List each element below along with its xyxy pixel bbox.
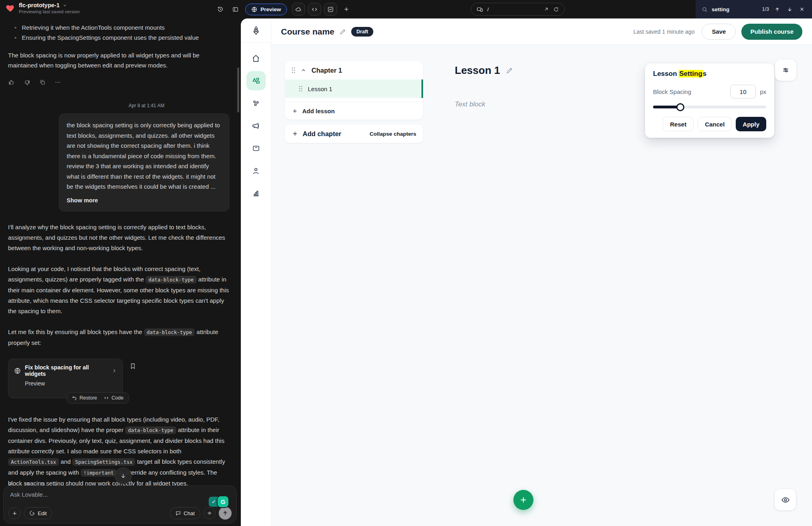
code-label: Code: [112, 395, 124, 401]
course-header: Course name Draft Last saved 1 minute ag…: [271, 18, 812, 45]
preview-button[interactable]: Preview: [245, 4, 287, 15]
project-name-row[interactable]: flc-prototype-1: [19, 2, 80, 8]
edit-lesson-title-icon[interactable]: [506, 67, 513, 74]
bullet-text: Retrieving it when the ActionTools compo…: [22, 22, 165, 33]
find-previous-icon[interactable]: [773, 5, 781, 14]
lesson-settings-title: Lesson Settings: [653, 70, 766, 78]
open-external-icon[interactable]: [543, 6, 549, 12]
top-bar: flc-prototype-1 Previewing last saved ve…: [0, 0, 812, 18]
drag-handle-icon[interactable]: [291, 67, 295, 73]
project-status: Previewing last saved version: [19, 9, 80, 14]
extension-widget[interactable]: ✓ G: [209, 496, 228, 507]
topbar-controls: Preview: [215, 0, 351, 18]
add-block-fab[interactable]: [513, 490, 533, 510]
url-bar[interactable]: /: [471, 3, 565, 16]
add-chapter-button[interactable]: Add chapter: [292, 130, 341, 138]
project-name[interactable]: flc-prototype-1: [19, 2, 60, 8]
add-lesson-button[interactable]: Add lesson: [285, 102, 423, 120]
nav-store-icon[interactable]: [246, 139, 266, 158]
nav-home-icon[interactable]: [246, 49, 266, 68]
chat-panel: Retrieving it when the ActionTools compo…: [0, 18, 241, 526]
nav-analytics-icon[interactable]: [246, 183, 266, 203]
thumbs-up-icon[interactable]: [8, 79, 15, 86]
assistant-paragraph: The block spacing is now properly applie…: [8, 50, 219, 70]
preview-button-label: Preview: [260, 6, 281, 12]
add-tab-icon[interactable]: [342, 4, 351, 14]
more-options-icon[interactable]: [55, 79, 61, 86]
block-spacing-unit: px: [760, 88, 766, 95]
chat-scrollbar[interactable]: [237, 67, 239, 112]
drag-handle-icon[interactable]: [299, 86, 303, 92]
add-chapter-card: Add chapter Collapse chapters: [285, 124, 423, 143]
bullet-text: Ensuring the SpacingSettings component u…: [22, 33, 199, 43]
code-view-button[interactable]: Code: [104, 395, 124, 401]
edit-cursor-icon: [29, 510, 35, 516]
empty-text-block[interactable]: Text block: [455, 100, 485, 108]
attach-button[interactable]: [8, 507, 20, 519]
version-card-subtitle: Preview: [25, 380, 117, 387]
analytics-icon[interactable]: [324, 3, 337, 16]
block-spacing-slider-thumb[interactable]: [676, 103, 684, 111]
arrow-down-icon: [120, 473, 126, 479]
find-match-highlight: Setting: [679, 70, 703, 77]
preview-mode-button[interactable]: [775, 489, 796, 510]
chat-mode-button[interactable]: Chat: [170, 507, 200, 519]
cancel-button[interactable]: Cancel: [698, 117, 732, 131]
edit-mode-button[interactable]: Edit: [24, 507, 52, 519]
course-canvas: Chapter 1 Lesson 1 Add lesson: [271, 45, 812, 526]
thumbs-down-icon[interactable]: [24, 79, 31, 86]
publish-course-button[interactable]: Publish course: [741, 24, 802, 40]
restore-button[interactable]: Restore: [72, 395, 97, 401]
collapse-chapter-icon[interactable]: [301, 67, 306, 73]
show-more-link[interactable]: Show more: [67, 196, 98, 206]
lesson-list-item[interactable]: Lesson 1: [285, 80, 423, 98]
assistant-paragraph: Looking at your code, I noticed that the…: [8, 264, 233, 316]
chapter-title[interactable]: Chapter 1: [311, 67, 342, 74]
cloud-icon[interactable]: [292, 3, 305, 16]
history-icon[interactable]: [215, 4, 226, 14]
find-next-icon[interactable]: [786, 5, 794, 14]
lesson-item-label: Lesson 1: [308, 86, 332, 92]
block-spacing-input[interactable]: [730, 85, 756, 98]
send-button[interactable]: [219, 507, 232, 520]
nav-courses-icon[interactable]: [246, 71, 266, 90]
lesson-settings-toggle-button[interactable]: [775, 59, 796, 81]
apply-button[interactable]: Apply: [736, 117, 766, 131]
chat-bubble-icon: [175, 510, 181, 516]
nav-profile-icon[interactable]: [246, 161, 266, 180]
code-icon[interactable]: [308, 3, 321, 16]
find-input[interactable]: [712, 6, 758, 12]
app-nav-rail: [241, 18, 271, 526]
voice-input-button[interactable]: [204, 507, 216, 519]
course-title: Course name: [281, 27, 334, 37]
nav-announcements-icon[interactable]: [246, 116, 266, 135]
rocket-icon[interactable]: [247, 22, 265, 39]
nav-community-icon[interactable]: [246, 94, 266, 113]
last-saved-text: Last saved 1 minute ago: [633, 29, 695, 35]
save-button[interactable]: Save: [702, 24, 736, 40]
reset-button[interactable]: Reset: [663, 117, 694, 131]
plus-icon: [292, 130, 298, 137]
user-message-text: the block spacing setting is only correc…: [67, 122, 220, 190]
project-info: flc-prototype-1 Previewing last saved ve…: [6, 2, 80, 14]
edit-course-name-icon[interactable]: [339, 28, 346, 35]
find-match-count: 1/3: [762, 6, 769, 12]
chat-input-field[interactable]: [10, 491, 164, 501]
refresh-icon[interactable]: [553, 6, 559, 12]
arrow-up-icon: [222, 510, 228, 516]
copy-icon[interactable]: [39, 79, 46, 86]
search-icon: [702, 6, 708, 12]
plus-icon: [519, 495, 528, 504]
version-card-row: Fix block spacing for all widgets Previe…: [8, 359, 233, 398]
grammarly-icon[interactable]: G: [218, 496, 228, 507]
collapse-chapters-button[interactable]: Collapse chapters: [370, 131, 416, 137]
globe-icon: [251, 6, 257, 12]
sidebar-toggle-icon[interactable]: [230, 4, 240, 14]
scroll-to-bottom-button[interactable]: [115, 467, 132, 484]
block-spacing-slider[interactable]: [653, 103, 766, 111]
code-icon: [104, 395, 109, 401]
bookmark-icon[interactable]: [129, 363, 136, 370]
find-close-icon[interactable]: [798, 5, 806, 13]
chat-composer[interactable]: ✓ G Edit Chat: [3, 485, 237, 524]
url-path[interactable]: /: [487, 6, 539, 12]
